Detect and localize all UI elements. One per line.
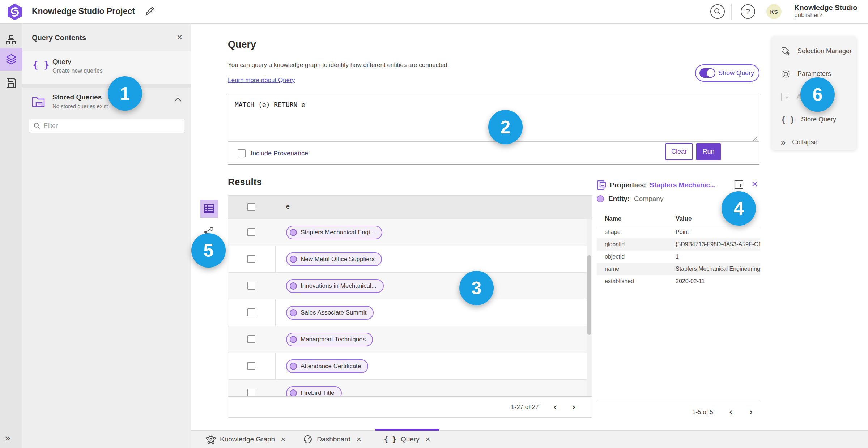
properties-close-button[interactable]: ✕ bbox=[752, 180, 758, 189]
entity-pill-label: Managment Techniques bbox=[301, 336, 366, 343]
sidebar-item-stored-queries[interactable]: Stored Queries No stored queries exist bbox=[22, 88, 191, 119]
prev-page-button[interactable]: ‹ bbox=[553, 404, 557, 411]
show-query-toggle[interactable]: Show Query bbox=[695, 64, 760, 82]
resize-handle[interactable] bbox=[753, 136, 758, 141]
entity-pill[interactable]: Innovations in Mechanical... bbox=[286, 279, 384, 293]
results-scrollbar[interactable] bbox=[587, 219, 592, 397]
run-button[interactable]: Run bbox=[696, 143, 721, 160]
entity-pill[interactable]: Attendance Certificate bbox=[286, 359, 368, 373]
save-tool-button[interactable] bbox=[0, 72, 22, 94]
select-all-checkbox[interactable] bbox=[247, 203, 255, 211]
bottom-tab-bar: Knowledge Graph ✕ Dashboard ✕ { } Query … bbox=[191, 430, 868, 448]
prop-name: globalid bbox=[597, 241, 676, 248]
entity-pill-label: Attendance Certificate bbox=[301, 363, 361, 370]
properties-page-range: 1-5 of 5 bbox=[692, 409, 713, 416]
menu-item-label: Parameters bbox=[797, 70, 831, 78]
prop-value: {5D9B4713-F98D-4A53-A59F-C11... bbox=[676, 241, 760, 248]
menu-item-label: Store Query bbox=[801, 116, 836, 123]
step-badge-6: 6 bbox=[800, 77, 835, 112]
property-row: established 2020-02-11 bbox=[597, 275, 760, 287]
entity-pill[interactable]: Staplers Mechanical Engi... bbox=[286, 226, 382, 239]
entity-pill-label: Sales Associate Summit bbox=[301, 309, 366, 316]
search-button[interactable] bbox=[710, 4, 725, 19]
top-bar: Knowledge Studio Project ? KS Knowledge … bbox=[0, 0, 868, 24]
sidebar-item-query[interactable]: { } Query Create new queries bbox=[22, 51, 191, 84]
row-checkbox[interactable] bbox=[247, 282, 255, 290]
property-row: name Staplers Mechanical Engineering bbox=[597, 263, 760, 275]
entity-pill-label: Innovations in Mechanical... bbox=[301, 282, 376, 290]
row-checkbox[interactable] bbox=[247, 228, 255, 236]
query-code-input[interactable]: MATCH (e) RETURN e bbox=[235, 101, 305, 108]
next-page-button[interactable]: › bbox=[572, 404, 576, 411]
results-title: Results bbox=[228, 176, 262, 188]
prop-col-name: Name bbox=[597, 215, 676, 226]
results-table: e Staplers Mechanical Engi... New Metal … bbox=[228, 195, 592, 418]
filter-input[interactable] bbox=[44, 122, 180, 129]
selection-manager-item[interactable]: Selection Manager bbox=[771, 40, 856, 63]
collapse-item[interactable]: » Collapse bbox=[771, 131, 856, 154]
collapse-section-chevron[interactable] bbox=[174, 97, 182, 102]
scrollbar-thumb[interactable] bbox=[587, 255, 591, 335]
table-row: Staplers Mechanical Engi... bbox=[228, 219, 592, 246]
table-view-button[interactable] bbox=[200, 200, 218, 218]
tab-query[interactable]: { } Query ✕ bbox=[375, 431, 439, 448]
prop-name: name bbox=[597, 266, 676, 272]
close-tab-icon[interactable]: ✕ bbox=[425, 436, 430, 443]
clear-button[interactable]: Clear bbox=[665, 143, 693, 160]
step-badge-2: 2 bbox=[488, 110, 523, 144]
entity-label: Entity: bbox=[608, 195, 630, 203]
query-item-title: Query bbox=[52, 58, 71, 66]
prop-prev-page-button[interactable]: ‹ bbox=[729, 409, 733, 416]
learn-more-link[interactable]: Learn more about Query bbox=[228, 77, 295, 84]
query-description: You can query a knowledge graph to ident… bbox=[228, 61, 449, 69]
row-checkbox[interactable] bbox=[247, 255, 255, 263]
close-tab-icon[interactable]: ✕ bbox=[356, 436, 361, 443]
entity-pill[interactable]: Managment Techniques bbox=[286, 333, 373, 346]
filter-search-icon bbox=[34, 122, 41, 129]
tab-knowledge-graph[interactable]: Knowledge Graph ✕ bbox=[197, 431, 294, 448]
row-checkbox[interactable] bbox=[247, 335, 255, 343]
table-icon bbox=[204, 203, 214, 214]
query-contents-panel: Query Contents ✕ { } Query Create new qu… bbox=[22, 24, 191, 448]
row-checkbox[interactable] bbox=[247, 362, 255, 370]
braces-icon: { } bbox=[33, 59, 50, 70]
user-info[interactable]: Knowledge Studio publisher2 bbox=[794, 4, 857, 19]
entity-dot-icon bbox=[290, 282, 297, 290]
row-checkbox[interactable] bbox=[247, 389, 255, 397]
column-header-e: e bbox=[286, 203, 290, 210]
close-tab-icon[interactable]: ✕ bbox=[281, 436, 286, 443]
entity-pill[interactable]: New Metal Office Suppliers bbox=[286, 252, 382, 266]
filter-field[interactable] bbox=[29, 119, 184, 133]
gear-icon bbox=[781, 69, 791, 79]
panel-close-button[interactable]: ✕ bbox=[176, 33, 183, 42]
expand-rail-button[interactable]: » bbox=[5, 432, 10, 444]
properties-header: Properties: Staplers Mechanic... ✕ bbox=[597, 179, 760, 191]
stored-queries-title: Stored Queries bbox=[52, 93, 102, 101]
entity-pill[interactable]: Sales Associate Summit bbox=[286, 306, 374, 320]
properties-entity-link[interactable]: Staplers Mechanic... bbox=[650, 181, 716, 189]
table-row: Managment Techniques bbox=[228, 326, 592, 353]
avatar[interactable]: KS bbox=[766, 4, 782, 19]
property-row: objectid 1 bbox=[597, 251, 760, 263]
tab-dashboard[interactable]: Dashboard ✕ bbox=[294, 431, 370, 448]
prop-value: 1 bbox=[676, 253, 760, 260]
help-button[interactable]: ? bbox=[741, 4, 755, 19]
menu-item-label: Selection Manager bbox=[797, 47, 852, 55]
include-provenance-checkbox[interactable] bbox=[238, 149, 246, 157]
user-role: publisher2 bbox=[794, 12, 857, 19]
store-query-item[interactable]: { } Store Query bbox=[771, 108, 856, 131]
entity-dot-icon bbox=[290, 336, 297, 343]
avatar-initials: KS bbox=[770, 9, 778, 15]
properties-icon bbox=[597, 180, 606, 190]
row-checkbox[interactable] bbox=[247, 308, 255, 316]
knowledge-graph-icon bbox=[206, 435, 216, 444]
expand-icon: » bbox=[5, 432, 10, 443]
add-to-map-icon[interactable] bbox=[734, 180, 744, 189]
contents-tool-button[interactable] bbox=[0, 48, 22, 71]
properties-pagination: 1-5 of 5 ‹ › bbox=[597, 401, 760, 419]
entity-pill-label: Firebird Title bbox=[301, 389, 335, 397]
prop-next-page-button[interactable]: › bbox=[749, 409, 753, 416]
edit-title-icon[interactable] bbox=[144, 6, 155, 17]
include-provenance-label: Include Provenance bbox=[251, 150, 308, 157]
panel-title: Query Contents bbox=[32, 34, 86, 42]
